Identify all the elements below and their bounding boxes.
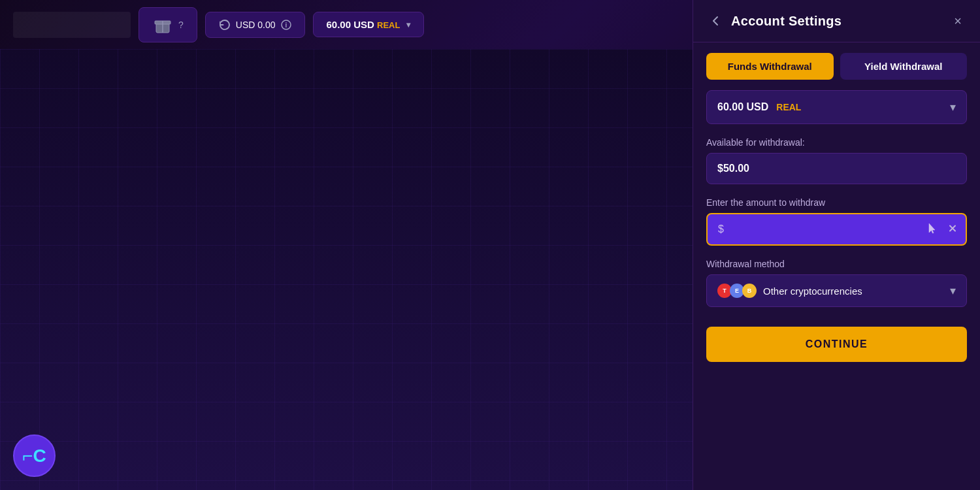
app-logo xyxy=(13,12,131,38)
account-settings-panel: Account Settings × Funds Withdrawal Yiel… xyxy=(693,0,980,490)
dollar-sign: $ xyxy=(718,223,724,235)
balance-amount: USD 0.00 xyxy=(236,20,276,30)
mystery-box-button[interactable]: ? xyxy=(139,7,197,42)
withdrawal-method-dropdown[interactable]: T E B Other cryptocurrencies ▾ xyxy=(706,274,967,307)
tab-container: Funds Withdrawal Yield Withdrawal xyxy=(693,42,980,90)
method-dropdown-left: T E B Other cryptocurrencies xyxy=(717,284,862,298)
account-dropdown-real: REAL xyxy=(776,102,801,112)
account-selector-dropdown[interactable]: 60.00 USD REAL ▾ xyxy=(706,90,967,124)
chevron-down-icon: ▾ xyxy=(406,20,410,29)
question-mark: ? xyxy=(178,20,184,30)
top-bar: ? USD 0.00 i 60.00 USD REAL ▾ xyxy=(0,0,693,49)
app-container: ? USD 0.00 i 60.00 USD REAL ▾ xyxy=(0,0,980,490)
funds-withdrawal-tab[interactable]: Funds Withdrawal xyxy=(706,53,834,80)
close-button[interactable]: × xyxy=(949,12,967,30)
panel-content: 60.00 USD REAL ▾ Available for withdrawa… xyxy=(693,90,980,490)
panel-title: Account Settings xyxy=(731,14,841,29)
amount-input[interactable] xyxy=(727,223,955,235)
mystery-box-icon xyxy=(152,14,173,35)
amount-input-box[interactable]: $ xyxy=(706,213,967,246)
method-dropdown-arrow: ▾ xyxy=(950,284,956,298)
panel-header: Account Settings × xyxy=(693,0,980,42)
refresh-icon xyxy=(219,19,231,31)
account-dropdown-amount: 60.00 USD xyxy=(717,101,768,113)
account-balance-button[interactable]: 60.00 USD REAL ▾ xyxy=(313,12,425,37)
svg-text:i: i xyxy=(285,22,287,29)
available-amount-field: $50.00 xyxy=(706,153,967,184)
balance-button[interactable]: USD 0.00 i xyxy=(205,12,305,38)
amount-input-wrapper: $ xyxy=(706,213,967,246)
balance-info-icon: i xyxy=(281,20,291,30)
cursor-icon xyxy=(925,221,939,235)
crypto-icons: T E B xyxy=(717,284,757,298)
yield-withdrawal-tab[interactable]: Yield Withdrawal xyxy=(840,53,968,80)
game-content xyxy=(0,49,693,490)
panel-header-left: Account Settings xyxy=(706,12,841,30)
bnb-icon: B xyxy=(742,284,757,298)
app-logo-circle: ⌐C xyxy=(13,434,56,477)
method-label: Withdrawal method xyxy=(706,259,967,269)
real-badge: REAL xyxy=(377,20,400,30)
continue-button[interactable]: CONTINUE xyxy=(706,327,967,362)
amount-label: Enter the amount to withdraw xyxy=(706,197,967,208)
method-name: Other cryptocurrencies xyxy=(763,286,862,297)
account-dropdown-left: 60.00 USD REAL xyxy=(717,101,801,113)
available-label: Available for withdrawal: xyxy=(706,137,967,148)
account-dropdown-arrow: ▾ xyxy=(950,100,956,114)
game-area: ? USD 0.00 i 60.00 USD REAL ▾ xyxy=(0,0,693,490)
clear-input-button[interactable] xyxy=(947,223,958,236)
account-balance-amount: 60.00 USD REAL xyxy=(327,19,400,30)
back-button[interactable] xyxy=(706,12,725,30)
